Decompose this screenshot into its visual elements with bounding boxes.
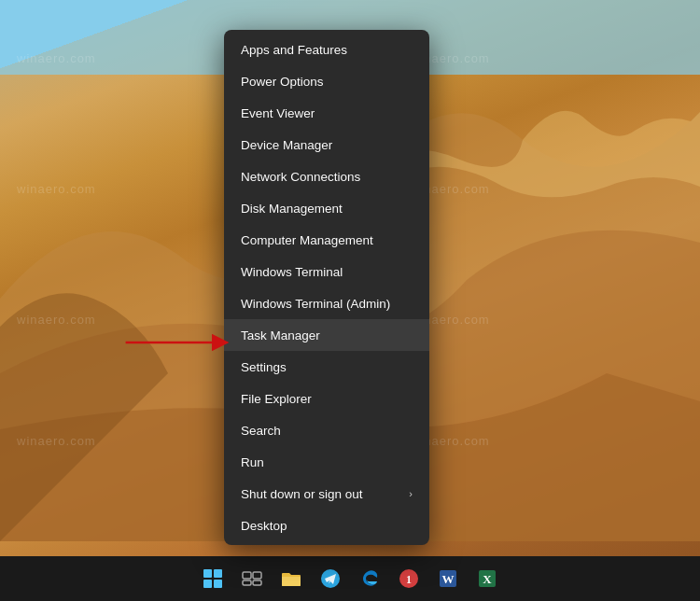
menu-item-search[interactable]: Search: [224, 414, 429, 446]
svg-rect-2: [203, 569, 212, 578]
menu-item-file-explorer[interactable]: File Explorer: [224, 383, 429, 414]
menu-item-label: Task Manager: [241, 328, 320, 342]
edge-button[interactable]: [353, 562, 386, 595]
svg-rect-7: [253, 572, 261, 579]
menu-item-device-manager[interactable]: Device Manager: [224, 129, 429, 161]
menu-item-event-viewer[interactable]: Event Viewer: [224, 97, 429, 129]
menu-item-label: Desktop: [241, 519, 287, 533]
submenu-chevron-icon: ›: [409, 488, 413, 499]
svg-text:X: X: [483, 572, 492, 586]
menu-item-label: Shut down or sign out: [241, 487, 363, 501]
menu-item-windows-terminal-admin[interactable]: Windows Terminal (Admin): [224, 287, 429, 319]
menu-item-label: File Explorer: [241, 392, 312, 406]
menu-item-label: Network Connections: [241, 170, 360, 184]
menu-item-label: Computer Management: [241, 233, 373, 247]
svg-rect-6: [243, 572, 251, 579]
menu-item-label: Run: [241, 455, 264, 469]
menu-item-desktop[interactable]: Desktop: [224, 510, 429, 541]
menu-item-power-options[interactable]: Power Options: [224, 65, 429, 97]
menu-item-label: Windows Terminal (Admin): [241, 297, 390, 311]
menu-item-label: Search: [241, 424, 281, 438]
excel-button[interactable]: X: [470, 562, 504, 595]
svg-text:W: W: [442, 572, 455, 586]
svg-rect-9: [253, 580, 261, 585]
taskbar: 1 W X: [0, 556, 700, 601]
menu-item-run[interactable]: Run: [224, 446, 429, 478]
onpassword-button[interactable]: 1: [392, 562, 426, 595]
menu-item-computer-management[interactable]: Computer Management: [224, 224, 429, 256]
telegram-button[interactable]: [314, 562, 347, 595]
menu-item-task-manager[interactable]: Task Manager: [224, 319, 429, 351]
start-button[interactable]: [196, 562, 230, 595]
svg-rect-8: [243, 580, 251, 585]
context-menu: Apps and Features Power Options Event Vi…: [224, 30, 429, 545]
word-button[interactable]: W: [431, 562, 465, 595]
menu-item-label: Windows Terminal: [241, 265, 343, 279]
svg-rect-3: [214, 569, 222, 578]
taskview-button[interactable]: [235, 562, 269, 595]
menu-item-network-connections[interactable]: Network Connections: [224, 161, 429, 192]
menu-item-label: Settings: [241, 360, 287, 374]
menu-item-label: Device Manager: [241, 138, 332, 152]
svg-text:1: 1: [406, 573, 412, 586]
menu-item-label: Event Viewer: [241, 106, 315, 120]
svg-rect-4: [203, 580, 212, 588]
menu-item-shut-down[interactable]: Shut down or sign out ›: [224, 478, 429, 510]
menu-item-label: Apps and Features: [241, 43, 347, 57]
menu-item-settings[interactable]: Settings: [224, 351, 429, 383]
menu-item-apps-features[interactable]: Apps and Features: [224, 34, 429, 65]
explorer-button[interactable]: [274, 562, 308, 595]
menu-item-label: Disk Management: [241, 202, 343, 216]
menu-item-windows-terminal[interactable]: Windows Terminal: [224, 256, 429, 287]
menu-item-disk-management[interactable]: Disk Management: [224, 192, 429, 224]
menu-item-label: Power Options: [241, 75, 324, 89]
svg-rect-5: [214, 580, 222, 588]
